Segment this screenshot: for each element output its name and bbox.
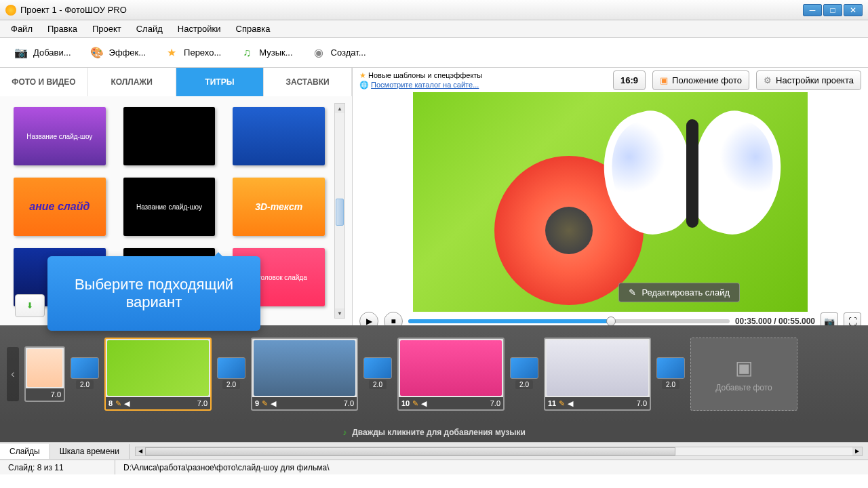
music-note-icon: ♪ [342,428,347,437]
tab-2[interactable]: ТИТРЫ [176,68,264,96]
edit-icon[interactable]: ✎ [559,399,565,408]
tab-1[interactable]: КОЛЛАЖИ [88,68,176,96]
globe-icon: 🌐 [359,81,369,89]
transition-1[interactable] [71,357,99,379]
hint-tooltip: Выберите подходящий вариант [47,256,260,331]
catalog-link[interactable]: Посмотрите каталог на сайте... [371,81,479,89]
menu-справка[interactable]: Справка [229,21,277,37]
slide-dur: 7.0 [637,399,647,407]
photo-position-button[interactable]: ▣ Положение фото [652,70,749,90]
window-title: Проект 1 - ФотоШОУ PRO [20,5,803,15]
maximize-button[interactable]: □ [823,4,842,16]
menu-проект[interactable]: Проект [85,21,128,37]
palette-icon: 🎨 [89,45,105,61]
status-path: D:\Алиса\работа\разное\фото\слайд-шоу дл… [115,460,868,474]
add-photo-card[interactable]: ▣Добавьте фото [690,338,797,411]
title-thumb-3[interactable]: ание слайд [14,178,106,236]
pencil-icon: ✎ [629,287,636,298]
transition-dur-4: 2.0 [515,380,533,389]
star-icon: ★ [359,71,366,79]
title-thumb-2[interactable] [233,107,325,165]
image-placeholder-icon: ▣ [735,357,753,379]
slide-dur: 7.0 [344,399,354,407]
play-icon[interactable]: ◀ [271,399,276,408]
tab-0[interactable]: ФОТО И ВИДЕО [0,68,88,96]
play-icon[interactable]: ◀ [568,399,573,408]
title-thumb-5[interactable]: 3D-текст [233,178,325,236]
tab-3[interactable]: ЗАСТАВКИ [264,68,352,96]
time-display: 00:35.000 / 00:55.000 [735,317,815,326]
menu-файл[interactable]: Файл [4,21,39,37]
menu-настройки[interactable]: Настройки [171,21,228,37]
music-icon: ♫ [239,45,255,61]
timeline-nav-left[interactable]: ‹ [7,347,19,401]
toolbar-disc[interactable]: ◉Создат... [303,41,374,65]
title-thumb-0[interactable]: Название слайд-шоу [14,107,106,165]
h-scroll-right[interactable]: ▶ [852,447,862,455]
edit-icon[interactable]: ✎ [412,399,418,408]
toolbar-music[interactable]: ♫Музык... [231,41,300,65]
slide-num: 9 [255,399,259,407]
transition-dur-3: 2.0 [369,380,387,389]
transition-4[interactable] [510,357,538,379]
camera-icon: 📷 [13,45,29,61]
music-track[interactable]: ♪ Дважды кликните для добавления музыки [0,423,868,442]
edit-icon[interactable]: ✎ [262,399,268,408]
transition-dur-1: 2.0 [76,380,94,389]
slide-num: 8 [108,399,113,407]
title-thumb-1[interactable] [123,107,216,165]
project-settings-button[interactable]: ⚙ Настройки проекта [756,70,861,90]
slide-num: 10 [401,399,410,407]
h-scroll-thumb[interactable] [145,447,675,455]
preview-canvas: ✎ Редактировать слайд [413,92,808,312]
toolbar-camera[interactable]: 📷Добави... [5,41,79,65]
slide-dur: 7.0 [197,399,208,407]
timeline-slide-10[interactable]: 10✎◀7.0 [397,338,505,411]
toolbar-palette[interactable]: 🎨Эффек... [81,41,154,65]
status-slide-count: Слайд: 8 из 11 [0,460,115,474]
app-icon [5,5,16,16]
title-thumb-4[interactable]: Название слайд-шоу [123,178,216,236]
minimize-button[interactable]: ─ [803,4,822,16]
progress-bar[interactable] [408,319,730,323]
timeline-h-scrollbar[interactable]: ◀ ▶ [135,447,863,456]
star-icon: ★ [163,45,180,61]
download-icon: ⬇ [26,301,33,310]
menu-слайд[interactable]: Слайд [130,21,170,37]
close-button[interactable]: ✕ [844,4,863,16]
view-tab-slides[interactable]: Слайды [0,444,50,459]
slide-dur: 7.0 [51,390,61,399]
slide-dur: 7.0 [490,399,500,407]
transition-dur-2: 2.0 [222,380,240,389]
slide-num: 11 [548,399,556,407]
timeline-slide-11[interactable]: 11✎◀7.0 [544,338,651,411]
timeline-slide-9[interactable]: 9✎◀7.0 [251,338,358,411]
view-tab-timeline[interactable]: Шкала времени [50,444,130,459]
timeline-slide-0[interactable]: 7.0 [24,346,65,402]
edit-slide-button[interactable]: ✎ Редактировать слайд [618,283,740,302]
disc-icon: ◉ [311,45,327,61]
menu-правка[interactable]: Правка [41,21,84,37]
timeline-slide-8[interactable]: 8✎◀7.0 [104,338,212,411]
scroll-thumb[interactable] [336,199,344,226]
transition-last[interactable] [656,357,685,379]
add-title-button[interactable]: ⬇ [15,294,45,317]
scroll-down-button[interactable]: ▼ [335,308,344,318]
transition-2[interactable] [217,357,245,379]
play-icon[interactable]: ◀ [421,399,427,408]
h-scroll-left[interactable]: ◀ [136,447,145,455]
play-icon[interactable]: ◀ [124,399,130,408]
news-block: ★ Новые шаблоны и спецэффекты 🌐 Посмотри… [359,70,606,89]
aspect-ratio-button[interactable]: 16:9 [613,70,646,90]
transition-3[interactable] [363,357,392,379]
gear-icon: ⚙ [764,75,772,85]
edit-icon[interactable]: ✎ [115,399,121,408]
thumbs-scrollbar[interactable]: ▲ ▼ [334,103,345,319]
image-icon: ▣ [660,75,668,85]
toolbar-star[interactable]: ★Перехо... [156,41,229,65]
progress-handle[interactable] [606,317,616,326]
scroll-up-button[interactable]: ▲ [335,104,344,113]
